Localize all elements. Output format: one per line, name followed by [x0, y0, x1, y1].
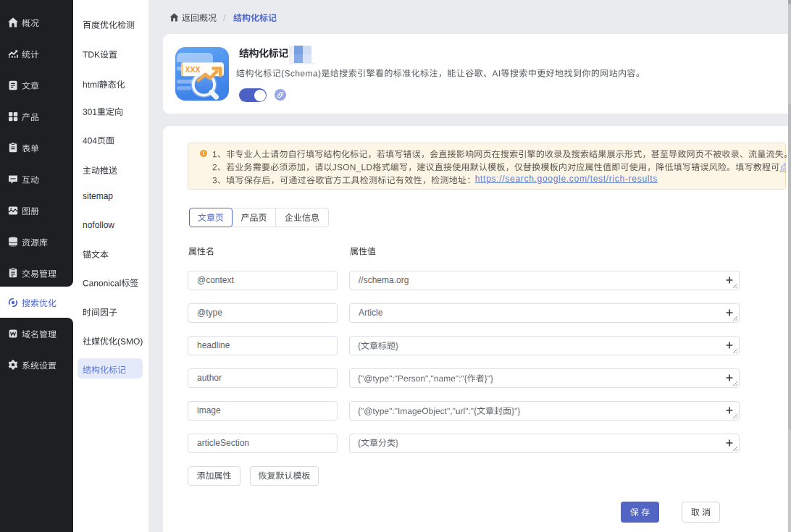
svg-text:XXX: XXX — [185, 65, 201, 74]
